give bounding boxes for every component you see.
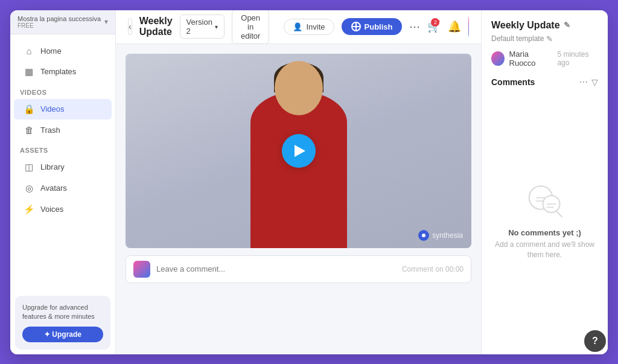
open-editor-button[interactable]: Open in editor bbox=[232, 10, 270, 44]
invite-button[interactable]: 👤 Invite bbox=[284, 19, 334, 35]
template-info: Default template ✎ bbox=[491, 34, 598, 43]
no-comments-area: No comments yet ;) Add a comment and we'… bbox=[491, 94, 598, 345]
notifications-button[interactable]: 🛒 2 bbox=[427, 17, 441, 36]
presenter-body bbox=[250, 91, 347, 248]
synthesia-logo-text: synthesia bbox=[432, 231, 463, 240]
back-button[interactable]: ‹ bbox=[128, 18, 132, 35]
publish-label: Publish bbox=[365, 22, 393, 31]
header: ‹ Weekly Update Version 2 ▾ Open in edit… bbox=[116, 10, 481, 44]
sidebar-item-templates[interactable]: ▦ Templates bbox=[14, 62, 112, 82]
sidebar-voices-label: Voices bbox=[40, 205, 63, 214]
sidebar-item-avatars[interactable]: ◎ Avatars bbox=[14, 178, 112, 199]
user-time: 5 minutes ago bbox=[557, 50, 598, 67]
person-icon: 👤 bbox=[293, 22, 302, 31]
publish-button[interactable]: Publish bbox=[342, 18, 403, 35]
header-title: Weekly Update bbox=[139, 16, 173, 37]
comment-timestamp: Comment on 00:00 bbox=[402, 265, 464, 273]
panel-title-text: Weekly Update bbox=[491, 20, 560, 31]
svg-point-0 bbox=[422, 234, 425, 237]
bell-icon: 🔔 bbox=[448, 20, 461, 33]
version-chevron-icon: ▾ bbox=[215, 24, 218, 30]
user-avatar[interactable] bbox=[468, 17, 469, 36]
comments-filter-button[interactable]: ▽ bbox=[591, 77, 598, 87]
sidebar-upgrade-panel: Upgrade for advanced features & more min… bbox=[15, 296, 110, 350]
user-info: Maria Ruocco 5 minutes ago bbox=[491, 49, 598, 68]
comments-more-button[interactable]: ⋯ bbox=[579, 77, 588, 87]
comment-user-avatar bbox=[133, 261, 150, 278]
comments-title: Comments bbox=[491, 77, 535, 87]
sidebar-trash-label: Trash bbox=[40, 126, 60, 135]
sidebar-videos-label: Videos bbox=[40, 104, 65, 113]
main-content: ‹ Weekly Update Version 2 ▾ Open in edit… bbox=[116, 10, 481, 354]
sidebar-item-trash[interactable]: 🗑 Trash bbox=[14, 120, 112, 140]
right-panel-title: Weekly Update ✎ bbox=[491, 20, 598, 31]
comments-section: Comments ⋯ ▽ bbox=[491, 77, 598, 87]
synthesia-logo-icon bbox=[418, 230, 429, 241]
comments-actions: ⋯ ▽ bbox=[579, 77, 598, 87]
sidebar-banner-sub: FREE bbox=[18, 22, 101, 29]
sidebar: Mostra la pagina successiva FREE ▾ ⌂ Hom… bbox=[10, 10, 116, 354]
sidebar-templates-label: Templates bbox=[40, 67, 76, 76]
sidebar-nav: ⌂ Home ▦ Templates Videos 🔒 Videos 🗑 Tra… bbox=[10, 34, 115, 291]
svg-line-7 bbox=[556, 211, 562, 217]
templates-icon: ▦ bbox=[24, 66, 34, 77]
library-icon: ◫ bbox=[24, 162, 34, 173]
sidebar-item-library[interactable]: ◫ Library bbox=[14, 157, 112, 177]
video-area: synthesia Comment on 00:00 bbox=[116, 44, 481, 354]
user-name: Maria Ruocco bbox=[509, 49, 553, 68]
chevron-down-icon: ▾ bbox=[104, 18, 108, 26]
sidebar-item-videos[interactable]: 🔒 Videos bbox=[14, 99, 112, 120]
bell-button[interactable]: 🔔 bbox=[448, 17, 461, 36]
sidebar-videos-section: Videos bbox=[10, 83, 115, 98]
sidebar-avatars-label: Avatars bbox=[40, 184, 67, 193]
comment-input[interactable] bbox=[156, 264, 396, 273]
sidebar-item-voices[interactable]: ⚡ Voices bbox=[14, 199, 112, 220]
more-options-button[interactable]: ⋯ bbox=[409, 17, 420, 36]
synthesia-logo: synthesia bbox=[418, 230, 463, 241]
sidebar-banner-text: Mostra la pagina successiva bbox=[18, 15, 101, 22]
videos-icon: 🔒 bbox=[24, 104, 34, 115]
trash-icon: 🗑 bbox=[24, 125, 34, 135]
globe-icon bbox=[351, 22, 361, 31]
version-selector[interactable]: Version 2 ▾ bbox=[180, 14, 225, 39]
video-player[interactable]: synthesia bbox=[126, 54, 471, 248]
upgrade-button[interactable]: ✦ Upgrade bbox=[22, 327, 103, 342]
home-icon: ⌂ bbox=[24, 46, 34, 56]
voices-icon: ⚡ bbox=[24, 204, 34, 215]
no-comments-title: No comments yet ;) bbox=[508, 228, 581, 237]
invite-label: Invite bbox=[306, 22, 325, 31]
avatars-icon: ◎ bbox=[24, 183, 34, 194]
right-panel: Weekly Update ✎ Default template ✎ Maria… bbox=[481, 10, 608, 354]
no-comments-subtext: Add a comment and we'll show them here. bbox=[491, 240, 598, 260]
help-button[interactable]: ? bbox=[584, 330, 606, 352]
play-button[interactable] bbox=[282, 134, 316, 168]
sidebar-assets-section: Assets bbox=[10, 141, 115, 156]
template-label: Default template bbox=[491, 34, 544, 43]
sidebar-home-label: Home bbox=[40, 46, 62, 56]
sidebar-top-banner[interactable]: Mostra la pagina successiva FREE ▾ bbox=[10, 10, 115, 34]
edit-title-icon[interactable]: ✎ bbox=[564, 21, 570, 30]
edit-template-icon[interactable]: ✎ bbox=[546, 34, 553, 43]
comment-input-area: Comment on 00:00 bbox=[126, 255, 471, 283]
user-avatar-small bbox=[491, 51, 505, 66]
upgrade-text: Upgrade for advanced features & more min… bbox=[22, 303, 103, 322]
sidebar-library-label: Library bbox=[40, 162, 65, 171]
no-comments-icon bbox=[524, 179, 566, 221]
presenter-head bbox=[275, 61, 323, 115]
sidebar-item-home[interactable]: ⌂ Home bbox=[14, 41, 112, 61]
version-label: Version 2 bbox=[186, 18, 212, 36]
